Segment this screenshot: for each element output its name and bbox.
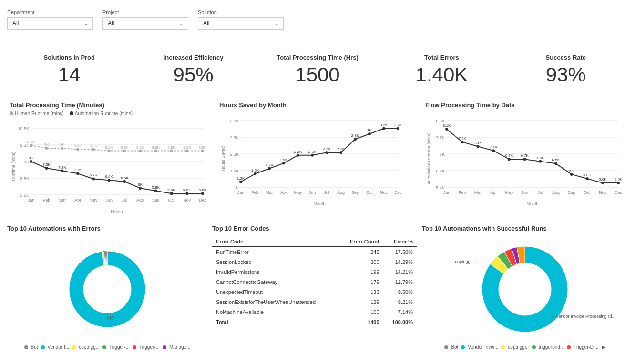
svg-point-45 <box>185 150 188 152</box>
legend-more-arrow[interactable]: ▶ <box>602 344 605 350</box>
solution-chevron: ⌄ <box>275 21 278 26</box>
success-donut-title: Top 10 Automations with Successful Runs <box>422 225 628 232</box>
svg-text:Month: Month <box>313 202 325 206</box>
errors-donut-container: ← 4125 → BotVendor I...coptrigg...Trigge… <box>7 237 207 350</box>
svg-text:5.6K: 5.6K <box>599 177 607 182</box>
svg-point-69 <box>185 192 188 195</box>
table-row: CannotConnecttoGateway17912.79% <box>212 277 417 287</box>
legend-item: Trigger-... <box>133 344 160 350</box>
svg-text:3.2K: 3.2K <box>380 123 388 127</box>
kpi-value-solutions-in-prod: 14 <box>10 65 129 85</box>
legend-item: coptrigg... <box>72 344 100 350</box>
solution-select[interactable]: All ⌄ <box>198 17 284 30</box>
svg-text:8K: 8K <box>29 156 33 160</box>
kpi-total-errors: Total Errors 1.40K <box>379 49 503 90</box>
svg-point-159 <box>554 162 557 165</box>
svg-text:6.7K: 6.7K <box>90 173 98 177</box>
svg-point-113 <box>354 138 357 141</box>
svg-point-119 <box>397 127 399 130</box>
kpi-title-success-rate: Success Rate <box>506 54 625 61</box>
svg-point-145 <box>445 128 448 131</box>
success-donut-legend: BotVendor Invoi...coptriggertriggerond..… <box>444 344 605 350</box>
svg-text:coptrigger ←: coptrigger ← <box>455 259 480 264</box>
svg-text:5.6K: 5.6K <box>615 177 623 182</box>
col-error-pct: Error % <box>383 237 417 247</box>
svg-text:Jun: Jun <box>105 198 113 202</box>
svg-point-41 <box>154 150 157 152</box>
bottom-row: Top 10 Automations with Errors ← 4125 → … <box>7 225 628 350</box>
svg-text:May: May <box>89 198 98 202</box>
col-error-count: Error Count <box>339 237 383 247</box>
svg-text:7.7K: 7.7K <box>436 135 445 140</box>
svg-text:8K: 8K <box>24 160 29 164</box>
svg-text:Oct: Oct <box>584 190 591 195</box>
kpi-value-increased-efficiency: 95% <box>133 65 253 85</box>
svg-text:1K: 1K <box>234 185 239 190</box>
svg-text:May: May <box>505 190 513 195</box>
svg-text:Automation Runtime (mins): Automation Runtime (mins) <box>427 132 431 184</box>
department-value: All <box>12 20 19 27</box>
kpi-total-processing-time: Total Processing Time (Hrs) 1500 <box>256 49 379 90</box>
svg-text:1.6K: 1.6K <box>230 169 239 173</box>
errors-donut-panel: Top 10 Automations with Errors ← 4125 → … <box>7 225 207 350</box>
svg-point-149 <box>476 145 479 148</box>
svg-text:7.1K: 7.1K <box>490 145 498 149</box>
svg-text:2.2K: 2.2K <box>308 150 317 154</box>
table-row: SessionExistsforTheUserWhenUnattended129… <box>212 297 417 307</box>
project-select[interactable]: All ⌄ <box>102 17 188 30</box>
svg-text:Apr: Apr <box>280 190 287 195</box>
legend-item: Bot <box>24 344 38 350</box>
svg-text:5.6K: 5.6K <box>199 188 207 192</box>
kpi-solutions-in-prod: Solutions in Prod 14 <box>7 49 131 90</box>
svg-text:7.3K: 7.3K <box>58 165 66 170</box>
svg-text:2.3K: 2.3K <box>230 152 239 157</box>
svg-point-47 <box>201 150 204 152</box>
kpi-value-success-rate: 93% <box>506 65 625 85</box>
svg-text:Dec: Dec <box>615 190 623 195</box>
svg-point-147 <box>461 141 464 143</box>
svg-text:1.9K: 1.9K <box>280 158 288 162</box>
svg-text:1.5K: 1.5K <box>251 168 259 172</box>
svg-point-105 <box>297 154 299 157</box>
legend-item: Trigger-... <box>102 344 130 350</box>
kpi-title-increased-efficiency: Increased Efficiency <box>133 54 253 61</box>
svg-text:Aug: Aug <box>337 190 345 195</box>
svg-text:8.8K: 8.8K <box>105 145 113 150</box>
svg-point-63 <box>139 187 142 190</box>
svg-point-161 <box>570 173 573 176</box>
svg-text:7.5K: 7.5K <box>42 162 51 167</box>
svg-point-109 <box>325 151 328 154</box>
svg-point-165 <box>601 182 604 184</box>
svg-text:Aug: Aug <box>136 198 144 202</box>
department-label: Department <box>7 10 93 15</box>
svg-text:8.8K: 8.8K <box>136 145 144 150</box>
svg-text:6.7K: 6.7K <box>505 153 513 158</box>
svg-text:1.7K: 1.7K <box>266 163 274 167</box>
svg-text:Jun: Jun <box>309 190 316 195</box>
svg-text:6.5K: 6.5K <box>552 158 560 162</box>
svg-text:Oct: Oct <box>366 190 373 195</box>
svg-point-151 <box>492 149 495 152</box>
flow-processing-panel: Flow Processing Time by Date 5.4K6.2K7K7… <box>423 99 628 218</box>
svg-text:8.8K: 8.8K <box>167 145 175 150</box>
svg-point-35 <box>108 150 111 152</box>
svg-point-101 <box>268 167 271 170</box>
svg-point-37 <box>123 150 126 152</box>
svg-text:Apr: Apr <box>74 198 81 202</box>
svg-point-163 <box>586 177 589 180</box>
errors-donut-legend: BotVendor I...coptrigg...Trigger-...Trig… <box>24 344 191 350</box>
svg-text:6.7K: 6.7K <box>521 153 529 158</box>
department-filter: Department All ⌄ <box>7 10 93 30</box>
svg-text:Dec: Dec <box>199 198 207 202</box>
svg-text:5.6K: 5.6K <box>183 188 191 192</box>
svg-text:Jan: Jan <box>28 198 35 202</box>
error-table-wrapper[interactable]: Error Code Error Count Error % RunTimeEr… <box>212 237 417 327</box>
flow-processing-chart: 5.4K6.2K7K7.7K8.5KJanFebMarAprMayJunJulA… <box>425 111 625 208</box>
svg-text:8.9K: 8.9K <box>90 144 98 148</box>
department-select[interactable]: All ⌄ <box>7 17 93 30</box>
svg-point-117 <box>382 127 385 130</box>
processing-time-legend: Human Runtime (mins) Automation Runtime … <box>10 111 210 116</box>
svg-point-157 <box>539 160 542 163</box>
solution-value: All <box>203 20 209 27</box>
kpi-title-solutions-in-prod: Solutions in Prod <box>10 54 129 61</box>
